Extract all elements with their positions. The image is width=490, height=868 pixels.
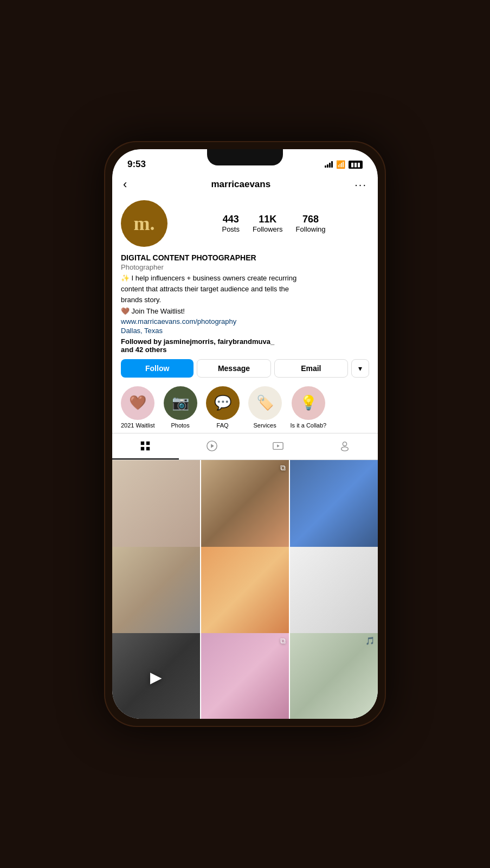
svg-marker-5 <box>211 444 214 448</box>
bio-category: Photographer <box>121 263 369 271</box>
grid-cell-1[interactable] <box>112 460 200 548</box>
website-link[interactable]: www.marricaevans.com/photography <box>121 317 369 326</box>
highlight-circle-faq: 💬 <box>206 386 240 420</box>
highlight-photos[interactable]: 📷 Photos <box>164 386 197 429</box>
following-count: 768 <box>302 214 319 225</box>
grid-cell-5[interactable] <box>201 547 289 635</box>
email-button[interactable]: Email <box>274 359 348 378</box>
tab-bar <box>112 433 378 460</box>
svg-rect-2 <box>141 447 144 450</box>
highlight-services[interactable]: 🏷️ Services <box>248 386 282 429</box>
grid-cell-7[interactable]: ▶ <box>112 633 200 719</box>
grid-cell-4[interactable] <box>112 547 200 635</box>
tagged-icon <box>339 440 351 452</box>
highlight-label-faq: FAQ <box>217 422 229 429</box>
highlight-label-services: Services <box>253 422 276 429</box>
highlight-label-waitlist: 2021 Waitlist <box>121 422 155 429</box>
grid-icon <box>139 440 151 452</box>
following-label: Following <box>296 225 326 233</box>
highlight-circle-collab: 💡 <box>292 386 325 420</box>
bio-text-2: content that attracts their target audie… <box>121 284 369 294</box>
posts-count: 443 <box>223 214 239 225</box>
followed-by: Followed by jasminejmorris, fairybrandmu… <box>121 337 369 354</box>
play-icon: ▶ <box>150 668 162 686</box>
phone-screen: 9:53 📶 ▮▮▮ ‹ marricaevans ··· <box>112 149 378 719</box>
grid-cell-9[interactable]: 🎵 <box>290 633 378 719</box>
multi-icon-2: ⧉ <box>280 636 286 646</box>
tab-reels[interactable] <box>179 433 246 459</box>
phone-device: 9:53 📶 ▮▮▮ ‹ marricaevans ··· <box>104 141 386 727</box>
stat-posts[interactable]: 443 Posts <box>222 214 240 233</box>
followers-label: Followers <box>253 225 283 233</box>
highlight-faq[interactable]: 💬 FAQ <box>206 386 240 429</box>
highlight-waitlist[interactable]: 🤎 2021 Waitlist <box>121 386 155 429</box>
stats-row: 443 Posts 11K Followers 768 Following <box>178 214 369 233</box>
bio-text-1: ✨ I help influencers + business owners c… <box>121 273 369 283</box>
avatar[interactable]: m. <box>121 200 167 247</box>
photo-grid: ⧉ ▶ ⧉ 🎵 <box>112 460 378 719</box>
avatar-initials: m. <box>134 212 155 235</box>
username-title: marricaevans <box>211 179 271 190</box>
multi-icon: ⧉ <box>280 463 286 473</box>
highlights-row: 🤎 2021 Waitlist 📷 Photos 💬 FAQ <box>112 382 378 433</box>
highlight-circle-photos: 📷 <box>164 386 197 420</box>
highlight-circle-waitlist: 🤎 <box>121 386 154 420</box>
svg-rect-3 <box>146 447 150 450</box>
notch <box>207 149 283 165</box>
signal-icon <box>325 161 333 168</box>
more-button[interactable]: ··· <box>354 178 367 191</box>
svg-rect-8 <box>341 447 348 451</box>
reels-icon <box>206 440 218 452</box>
highlight-circle-services: 🏷️ <box>248 386 282 420</box>
battery-icon: ▮▮▮ <box>349 161 363 169</box>
bio-text-4: 🤎 Join The Waitlist! <box>121 307 369 316</box>
display-name: DIGITAL CONTENT PHOTOGRAPHER <box>121 253 369 262</box>
follow-button[interactable]: Follow <box>121 359 194 378</box>
svg-rect-0 <box>141 442 144 445</box>
highlight-collab[interactable]: 💡 Is it a Collab? <box>291 386 327 429</box>
stat-following[interactable]: 768 Following <box>296 214 326 233</box>
highlight-label-collab: Is it a Collab? <box>291 422 327 429</box>
bio-text-3: brands story. <box>121 295 369 305</box>
highlight-label-photos: Photos <box>171 422 189 429</box>
tab-igtv[interactable] <box>245 433 312 459</box>
message-button[interactable]: Message <box>197 359 270 378</box>
status-icons: 📶 ▮▮▮ <box>325 160 363 169</box>
phone-inner: 9:53 📶 ▮▮▮ ‹ marricaevans ··· <box>112 149 378 719</box>
tab-tagged[interactable] <box>312 433 378 459</box>
back-button[interactable]: ‹ <box>123 177 127 192</box>
reel-icon: 🎵 <box>365 636 375 645</box>
profile-section: m. 443 Posts 11K Followers 768 <box>112 196 378 382</box>
followed-by-text: Followed by jasminejmorris, fairybrandmu… <box>121 337 274 346</box>
dropdown-button[interactable]: ▾ <box>351 359 369 378</box>
grid-cell-2[interactable]: ⧉ <box>201 460 289 548</box>
profile-top: m. 443 Posts 11K Followers 768 <box>121 200 369 247</box>
grid-cell-6[interactable] <box>290 547 378 635</box>
wifi-icon: 📶 <box>336 160 345 169</box>
igtv-icon <box>272 440 284 452</box>
followers-count: 11K <box>259 214 276 225</box>
nav-bar: ‹ marricaevans ··· <box>112 173 378 196</box>
bio-section: DIGITAL CONTENT PHOTOGRAPHER Photographe… <box>121 253 369 354</box>
stat-followers[interactable]: 11K Followers <box>253 214 283 233</box>
grid-cell-3[interactable] <box>290 460 378 548</box>
location: Dallas, Texas <box>121 327 163 335</box>
tab-grid[interactable] <box>112 433 179 459</box>
status-time: 9:53 <box>127 159 146 170</box>
grid-cell-8[interactable]: ⧉ <box>201 633 289 719</box>
followed-by-text2: and 42 others <box>121 346 167 354</box>
action-buttons: Follow Message Email ▾ <box>121 359 369 378</box>
posts-label: Posts <box>222 225 240 233</box>
svg-rect-1 <box>146 442 150 445</box>
svg-point-7 <box>343 442 346 445</box>
